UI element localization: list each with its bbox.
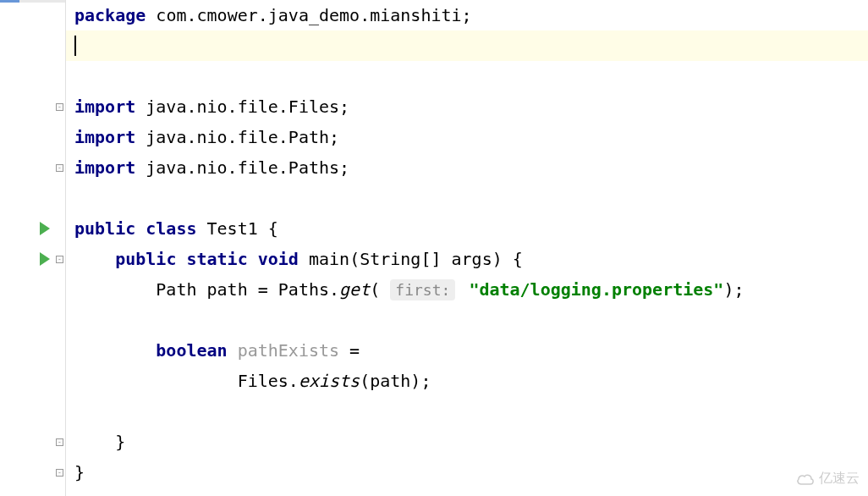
editor-gutter: - - - - - (0, 0, 66, 496)
string-literal: "data/logging.properties" (469, 279, 723, 300)
gutter-line[interactable] (0, 213, 65, 244)
gutter-line (0, 305, 65, 335)
code-line[interactable]: package com.cmower.java_demo.mianshiti; (74, 0, 868, 30)
code-line[interactable]: } (74, 427, 868, 457)
run-icon[interactable] (40, 222, 50, 235)
code-text: Path path = Paths. (156, 279, 339, 300)
parameter-hint: first: (390, 279, 455, 300)
code-line[interactable] (74, 183, 868, 213)
indent (74, 371, 238, 391)
code-line[interactable] (74, 396, 868, 427)
keyword: boolean (156, 340, 227, 361)
code-text: java.nio.file.Files; (135, 96, 349, 117)
gutter-line: - (0, 91, 65, 122)
gutter-line: - (0, 152, 65, 183)
keyword: import (74, 127, 135, 147)
fold-icon[interactable]: - (56, 103, 63, 111)
method-call: get (339, 279, 370, 300)
cloud-icon (796, 472, 815, 486)
gutter-line (0, 335, 65, 366)
code-text: ( (370, 279, 390, 300)
code-line[interactable]: } (74, 457, 868, 488)
code-text: java.nio.file.Path; (135, 127, 339, 147)
gutter-line: - (0, 427, 65, 457)
fold-icon[interactable]: - (56, 438, 63, 446)
code-text: } (115, 432, 125, 452)
indent (74, 279, 156, 300)
unused-variable: pathExists (228, 340, 339, 361)
code-text: main(String[] args) { (299, 249, 523, 269)
code-text: Files. (238, 371, 299, 391)
code-line[interactable]: import java.nio.file.Paths; (74, 152, 868, 183)
code-text: java.nio.file.Paths; (135, 157, 349, 178)
code-text: Test1 { (197, 218, 278, 239)
gutter-line (0, 30, 65, 61)
code-text: } (74, 462, 85, 482)
code-line[interactable]: import java.nio.file.Files; (74, 91, 868, 122)
gutter-line: - (0, 457, 65, 488)
watermark: 亿速云 (796, 470, 860, 488)
watermark-text: 亿速云 (819, 470, 860, 488)
code-text: com.cmower.java_demo.mianshiti; (146, 5, 471, 25)
keyword: public class (74, 218, 197, 239)
code-line[interactable]: public class Test1 { (74, 213, 868, 244)
cursor (74, 36, 76, 56)
run-icon[interactable] (40, 252, 50, 266)
code-line[interactable]: public static void main(String[] args) { (74, 244, 868, 274)
gutter-line (0, 366, 65, 396)
gutter-line (0, 122, 65, 152)
code-line[interactable]: Path path = Paths.get( first: "data/logg… (74, 274, 868, 305)
method-call: exists (299, 371, 360, 391)
indent (74, 340, 156, 361)
keyword: import (74, 96, 135, 117)
keyword: package (74, 5, 146, 25)
code-line[interactable]: boolean pathExists = (74, 335, 868, 366)
code-line[interactable] (74, 61, 868, 91)
gutter-line (0, 274, 65, 305)
code-line[interactable] (74, 305, 868, 335)
fold-icon[interactable]: - (56, 164, 63, 172)
keyword: public static void (115, 249, 299, 269)
code-line-active[interactable] (66, 30, 868, 61)
code-text: = (339, 340, 360, 361)
space (459, 279, 469, 300)
indent (74, 249, 115, 269)
code-editor[interactable]: package com.cmower.java_demo.mianshiti; … (66, 0, 868, 496)
gutter-line (0, 183, 65, 213)
code-line[interactable]: Files.exists(path); (74, 366, 868, 396)
code-line[interactable]: import java.nio.file.Path; (74, 122, 868, 152)
code-text: ); (723, 279, 744, 300)
gutter-line[interactable]: - (0, 244, 65, 274)
fold-icon[interactable]: - (56, 469, 63, 477)
fold-icon[interactable]: - (56, 256, 63, 263)
code-text: (path); (360, 371, 431, 391)
gutter-line (0, 396, 65, 427)
gutter-line (0, 0, 65, 30)
keyword: import (74, 157, 135, 178)
indent (74, 432, 115, 452)
gutter-line (0, 61, 65, 91)
